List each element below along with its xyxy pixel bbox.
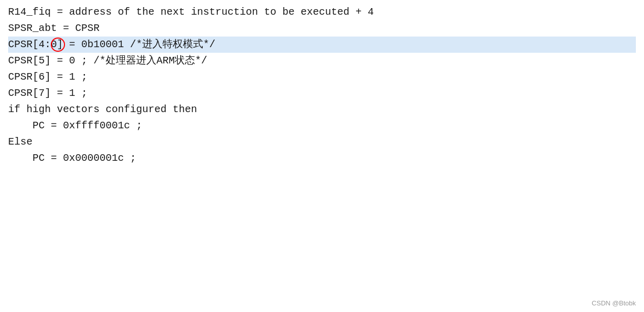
code-text-line3: CPSR[4:0] = 0b10001 /*进入特权模式*/ bbox=[8, 37, 215, 53]
code-line-line6: CPSR[7] = 1 ; bbox=[8, 85, 636, 101]
code-line-line4: CPSR[5] = 0 ; /*处理器进入ARM状态*/ bbox=[8, 53, 636, 69]
code-text-line1: R14_fiq = address of the next instructio… bbox=[8, 4, 374, 20]
code-text-line2: SPSR_abt = CPSR bbox=[8, 20, 100, 37]
code-block: R14_fiq = address of the next instructio… bbox=[0, 0, 644, 170]
code-line-line1: R14_fiq = address of the next instructio… bbox=[8, 4, 636, 20]
code-line-line3: CPSR[4:0] = 0b10001 /*进入特权模式*/ bbox=[8, 37, 636, 53]
code-text-line4: CPSR[5] = 0 ; /*处理器进入ARM状态*/ bbox=[8, 53, 207, 69]
code-line-line2: SPSR_abt = CPSR bbox=[8, 20, 636, 37]
code-line-line9: Else bbox=[8, 134, 636, 150]
code-line-line10: PC = 0x0000001c ; bbox=[8, 150, 636, 166]
code-text-line9: Else bbox=[8, 134, 33, 150]
code-line-line7: if high vectors configured then bbox=[8, 101, 636, 118]
code-line-line5: CPSR[6] = 1 ; bbox=[8, 69, 636, 85]
watermark: CSDN @Btobk bbox=[592, 299, 636, 307]
code-text-line8: PC = 0xffff0001c ; bbox=[8, 118, 142, 134]
code-text-line7: if high vectors configured then bbox=[8, 101, 197, 118]
code-text-line10: PC = 0x0000001c ; bbox=[8, 150, 136, 166]
code-line-line8: PC = 0xffff0001c ; bbox=[8, 118, 636, 134]
code-text-line5: CPSR[6] = 1 ; bbox=[8, 69, 87, 85]
code-text-line6: CPSR[7] = 1 ; bbox=[8, 85, 87, 101]
